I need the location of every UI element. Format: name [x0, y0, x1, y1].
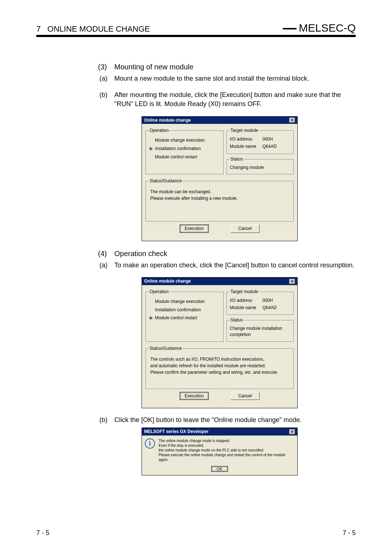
section-4b-label: (b)	[98, 416, 114, 425]
op2-label: Installation confirmation	[155, 146, 201, 152]
dialog-online-module-change-2: Online module change × Operation Module …	[142, 277, 298, 408]
section-4a: (a) To make an operation check, click th…	[98, 261, 356, 270]
op3-label: Module control restart	[155, 154, 197, 160]
section-3b-label: (b)	[98, 90, 114, 109]
module-name-value: Q64AD	[262, 143, 277, 150]
close-icon[interactable]: ×	[289, 279, 295, 284]
status-legend: Status	[230, 317, 244, 323]
operation-legend: Operation	[149, 127, 170, 134]
section-4-num: (4)	[98, 248, 114, 259]
op-installation-confirmation: Installation confirmation	[149, 307, 220, 313]
dialog2-title: Online module change	[144, 278, 191, 284]
status-group: Status Change module installation comple…	[226, 317, 294, 341]
ok-button[interactable]: OK	[211, 466, 228, 472]
section-4b-text: Click the [OK] button to leave the "Onli…	[114, 416, 356, 425]
status-group: Status Changing module	[226, 156, 294, 175]
chapter-title: 7 ONLINE MODULE CHANGE	[36, 24, 150, 34]
section-3a-text: Mount a new module to the same slot and …	[114, 74, 356, 83]
dialog1-title: Online module change	[144, 117, 191, 123]
status-text: Change module installation completion	[230, 325, 290, 339]
guidance-legend: Status/Guidance	[149, 178, 183, 184]
footer-right: 7 - 5	[343, 529, 356, 537]
dialog-online-module-change-1: Online module change × Operation Module …	[142, 116, 298, 241]
target-module-group: Target module I/O address000H Module nam…	[226, 127, 294, 154]
section-4a-label: (a)	[98, 261, 114, 270]
op1-label: Module change execution	[155, 299, 205, 305]
msg-line-2: Even if the stop is executed,	[159, 443, 294, 448]
dialog2-titlebar: Online module change ×	[142, 278, 297, 285]
section-4-heading: (4) Operation check	[98, 248, 356, 259]
op3-label: Module control restart	[155, 315, 197, 321]
operation-group: Operation Module change execution Instal…	[146, 127, 224, 174]
guidance-group: Status/Guidance The controls such as I/O…	[146, 345, 294, 389]
io-address-value: 000H	[262, 297, 273, 304]
guidance-legend: Status/Guidance	[149, 345, 183, 352]
radio-icon[interactable]	[149, 147, 153, 151]
execution-button[interactable]: Execution	[180, 392, 209, 400]
guidance-group: Status/Guidance The module can be exchan…	[146, 178, 294, 222]
close-icon[interactable]: ×	[289, 429, 295, 434]
radio-icon[interactable]	[149, 316, 153, 320]
close-icon[interactable]: ×	[289, 118, 295, 123]
guidance-line-2: and automatic refresh for the installed …	[150, 362, 289, 369]
target-module-group: Target module I/O address000H Module nam…	[226, 289, 294, 315]
op-module-control-restart[interactable]: Module control restart	[149, 315, 220, 321]
operation-group: Operation Module change execution Instal…	[146, 289, 224, 342]
status-text: Changing module	[230, 164, 290, 171]
op-module-change-execution: Module change execution	[149, 299, 220, 305]
section-4-title: Operation check	[114, 248, 167, 259]
io-address-value: 000H	[262, 136, 273, 142]
target-module-legend: Target module	[230, 127, 259, 134]
messagebox-gx-developer: MELSOFT series GX Developer × i The onli…	[142, 428, 298, 475]
module-name-key: Module name	[230, 143, 262, 150]
series-dash-icon	[283, 28, 297, 29]
page-header: 7 ONLINE MODULE CHANGE MELSEC-Q	[36, 22, 356, 37]
messagebox-title: MELSOFT series GX Developer	[144, 429, 208, 435]
info-icon: i	[145, 438, 155, 449]
page-footer: 7 - 5 7 - 5	[0, 529, 392, 537]
chapter-number: 7	[36, 24, 41, 33]
io-address-key: I/O address	[230, 297, 262, 304]
target-module-legend: Target module	[230, 289, 259, 295]
footer-left: 7 - 5	[36, 529, 49, 537]
section-3-heading: (3) Mounting of new module	[98, 62, 356, 72]
op-module-change-execution: Module change execution	[149, 137, 220, 143]
guidance-line-1: The controls such as I/O, FROM/TO instru…	[150, 356, 289, 362]
execution-button[interactable]: Execution	[180, 224, 209, 233]
op-installation-confirmation[interactable]: Installation confirmation	[149, 146, 220, 152]
msg-line-3: the online module change mode on the PLC…	[159, 448, 294, 453]
op2-label: Installation confirmation	[155, 307, 201, 313]
section-3-title: Mounting of new module	[114, 62, 193, 72]
section-3b-text: After mounting the module, click the [Ex…	[114, 90, 356, 109]
op-module-control-restart: Module control restart	[149, 154, 220, 160]
module-name-value: Q64AD	[262, 305, 277, 311]
guidance-line-3: Please confirm the parameter setting and…	[150, 369, 289, 376]
operation-legend: Operation	[149, 289, 170, 295]
section-3a-label: (a)	[98, 74, 114, 83]
section-3b: (b) After mounting the module, click the…	[98, 90, 356, 109]
dialog1-titlebar: Online module change ×	[142, 117, 297, 124]
msg-line-1: The online module change mode is stopped…	[159, 438, 294, 443]
cancel-button[interactable]: Cancel	[230, 224, 260, 233]
status-legend: Status	[230, 156, 244, 162]
section-3-num: (3)	[98, 62, 114, 72]
series-text: MELSEC-Q	[299, 22, 356, 34]
op1-label: Module change execution	[155, 137, 205, 143]
section-4b: (b) Click the [OK] button to leave the "…	[98, 416, 356, 425]
msg-line-4: Please execute the online module change …	[159, 453, 294, 462]
cancel-button[interactable]: Cancel	[230, 392, 260, 400]
series-label: MELSEC-Q	[283, 22, 356, 34]
io-address-key: I/O address	[230, 136, 262, 142]
guidance-line-1: The module can be exchanged.	[150, 189, 289, 195]
guidance-line-2: Please execute after installing a new mo…	[150, 195, 289, 202]
messagebox-text: The online module change mode is stopped…	[159, 438, 294, 462]
section-4a-text: To make an operation check, click the [C…	[114, 261, 356, 270]
chapter-text: ONLINE MODULE CHANGE	[48, 24, 150, 33]
messagebox-titlebar: MELSOFT series GX Developer ×	[142, 428, 297, 436]
section-3a: (a) Mount a new module to the same slot …	[98, 74, 356, 83]
module-name-key: Module name	[230, 305, 262, 311]
